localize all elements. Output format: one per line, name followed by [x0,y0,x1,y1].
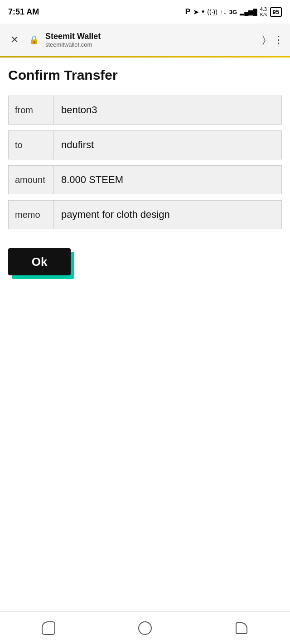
browser-actions: 〉 ⋮ [262,34,284,46]
browser-bar: ✕ 🔒 Steemit Wallet steemitwallet.com 〉 ⋮ [0,24,290,56]
status-icons: P ➤ • ((·)) ↑↓ 3G ▂▄▆█ 4.3K/s 95 [185,6,282,17]
gap-row [9,125,282,131]
ok-button[interactable]: Ok [8,248,71,275]
transfer-details-table: from benton3 to ndufirst amount 8.000 ST… [8,96,282,229]
from-label: from [9,96,54,125]
browser-title-area: Steemit Wallet steemitwallet.com [45,32,256,48]
table-row: amount 8.000 STEEM [9,166,282,194]
more-options-icon[interactable]: ⋮ [274,34,284,46]
amount-label: amount [9,166,54,194]
lock-icon: 🔒 [29,35,39,45]
to-value: ndufirst [54,131,282,159]
back-icon [42,621,55,635]
recents-icon [236,622,247,634]
data-arrows-icon: ↑↓ [220,8,227,15]
to-label: to [9,131,54,159]
site-title: Steemit Wallet [45,32,256,41]
bottom-navigation [0,611,290,644]
page-content: Confirm Transfer from benton3 to ndufirs… [0,58,290,275]
send-icon: ➤ [193,8,199,16]
wifi-icon: ((·)) [207,8,218,15]
battery-indicator: 95 [270,7,282,17]
network-3g-icon: 3G [229,9,237,15]
dot-icon: • [202,7,204,17]
gap-row [9,159,282,166]
back-button[interactable] [35,618,62,638]
table-row: memo payment for cloth design [9,201,282,229]
share-icon[interactable]: 〉 [262,34,266,46]
page-title: Confirm Transfer [8,67,282,83]
gap-row [9,194,282,201]
memo-label: memo [9,201,54,229]
speed-label: 4.3K/s [260,6,267,17]
table-row: from benton3 [9,96,282,125]
status-bar: 7:51 AM P ➤ • ((·)) ↑↓ 3G ▂▄▆█ 4.3K/s 95 [0,0,290,24]
amount-value: 8.000 STEEM [54,166,282,194]
home-icon [138,621,152,635]
from-value: benton3 [54,96,282,125]
table-row: to ndufirst [9,131,282,159]
recents-button[interactable] [228,618,255,638]
site-url: steemitwallet.com [45,41,256,48]
home-button[interactable] [131,618,159,638]
parking-icon: P [185,7,190,16]
status-time: 7:51 AM [8,7,39,17]
close-tab-button[interactable]: ✕ [6,32,23,48]
memo-value: payment for cloth design [54,201,282,229]
signal-bars-icon: ▂▄▆█ [240,9,257,15]
ok-button-wrapper: Ok [8,248,71,275]
